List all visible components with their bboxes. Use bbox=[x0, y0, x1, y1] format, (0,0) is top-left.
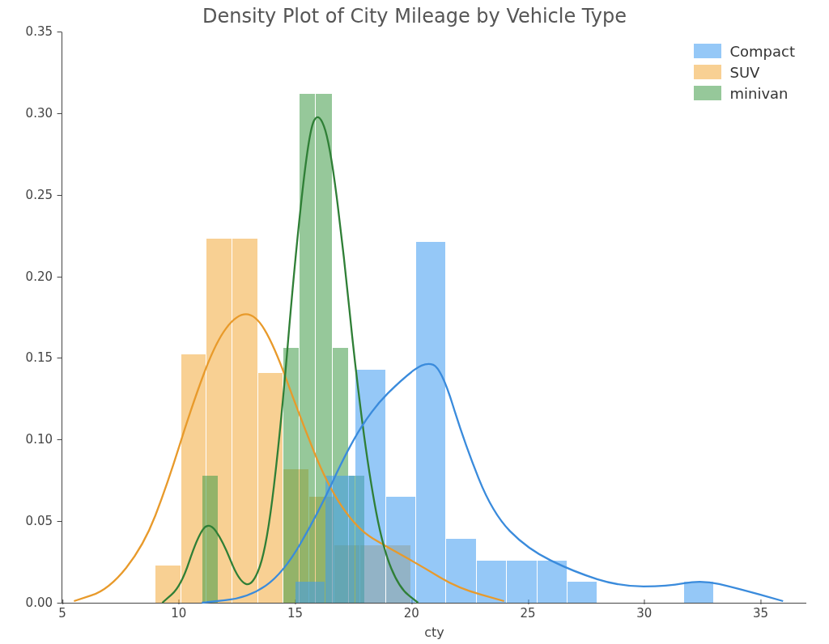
legend-label-compact: Compact bbox=[729, 43, 795, 60]
legend-label-suv: SUV bbox=[729, 64, 759, 81]
legend-swatch-minivan bbox=[694, 86, 721, 100]
x-tick: 25 bbox=[520, 606, 535, 621]
x-tick: 15 bbox=[287, 606, 303, 621]
kde-curve-compact bbox=[202, 364, 783, 603]
legend-item-minivan: minivan bbox=[694, 83, 795, 104]
x-tick: 20 bbox=[404, 606, 419, 621]
legend-item-suv: SUV bbox=[694, 61, 795, 83]
kde-layer bbox=[62, 32, 806, 603]
x-tick: 10 bbox=[171, 606, 186, 621]
y-tick: 0.30 bbox=[26, 106, 53, 121]
y-tick: 0.10 bbox=[26, 432, 53, 447]
y-tick: 0.25 bbox=[26, 188, 53, 202]
y-tick: 0.05 bbox=[26, 514, 53, 528]
x-axis-label: cty bbox=[62, 625, 806, 640]
legend-item-compact: Compact bbox=[694, 40, 795, 61]
y-tick: 0.15 bbox=[26, 350, 53, 365]
figure: Density Plot of City Mileage by Vehicle … bbox=[0, 0, 829, 644]
axes: 0.000.050.100.150.200.250.300.35 5101520… bbox=[62, 32, 806, 604]
x-tick: 30 bbox=[636, 606, 652, 621]
x-tick: 35 bbox=[753, 606, 768, 621]
kde-curve-suv bbox=[74, 314, 504, 601]
x-tick: 5 bbox=[58, 606, 66, 621]
kde-curve-minivan bbox=[162, 117, 418, 603]
legend-swatch-suv bbox=[694, 65, 721, 79]
y-tick: 0.20 bbox=[26, 269, 53, 284]
y-tick: 0.35 bbox=[26, 24, 53, 39]
legend: Compact SUV minivan bbox=[694, 40, 795, 104]
legend-swatch-compact bbox=[694, 44, 721, 58]
y-tick: 0.00 bbox=[26, 595, 53, 610]
chart-title: Density Plot of City Mileage by Vehicle … bbox=[0, 5, 829, 28]
legend-label-minivan: minivan bbox=[729, 85, 788, 102]
